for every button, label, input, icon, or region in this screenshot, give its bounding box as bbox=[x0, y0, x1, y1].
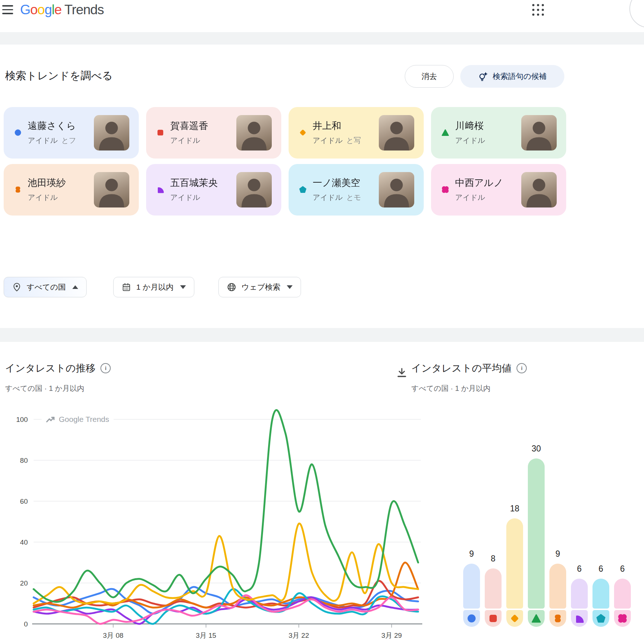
square-marker-icon bbox=[488, 613, 498, 624]
bar-value-label: 8 bbox=[479, 554, 508, 564]
bar-8[interactable] bbox=[614, 579, 631, 609]
bar-foot-7[interactable] bbox=[592, 610, 609, 627]
timeline-subtitle: すべての国 · 1 か月以内 bbox=[5, 384, 84, 393]
info-icon[interactable]: i bbox=[100, 363, 111, 373]
term-photo bbox=[94, 115, 129, 150]
bar-value-label: 9 bbox=[543, 549, 572, 559]
location-pin-icon bbox=[12, 282, 22, 292]
bar-7[interactable] bbox=[592, 579, 609, 609]
term-photo bbox=[521, 115, 557, 150]
term-type: アイドル bbox=[28, 193, 97, 202]
bar-2[interactable] bbox=[485, 568, 502, 609]
lightbulb-spark-icon bbox=[478, 71, 488, 81]
pentagon-marker-icon bbox=[596, 613, 606, 624]
avatar[interactable] bbox=[629, 0, 644, 28]
clover-marker-icon bbox=[617, 613, 628, 624]
bar-foot-4[interactable] bbox=[528, 610, 545, 627]
term-marker bbox=[441, 186, 449, 194]
triangle-marker-icon bbox=[441, 129, 449, 137]
term-text: 川﨑桜アイドル bbox=[455, 119, 525, 145]
term-card[interactable]: 一ノ瀬美空アイドルとモ bbox=[289, 164, 424, 216]
info-icon[interactable]: i bbox=[517, 363, 527, 373]
trend-line-4[interactable] bbox=[34, 410, 418, 602]
term-name: 井上和 bbox=[313, 119, 382, 132]
logo-letter: e bbox=[54, 2, 62, 17]
apps-grid-icon[interactable] bbox=[530, 2, 546, 18]
term-type: アイドル bbox=[455, 193, 525, 202]
term-marker bbox=[14, 186, 22, 194]
circle-marker-icon bbox=[466, 613, 477, 624]
section-divider bbox=[0, 328, 644, 342]
suggest-terms-button[interactable]: 検索語句の候補 bbox=[460, 65, 564, 88]
term-card[interactable]: 川﨑桜アイドル bbox=[431, 107, 566, 159]
bar-value-label: 18 bbox=[500, 504, 529, 514]
bar-foot-8[interactable] bbox=[614, 610, 631, 627]
term-card[interactable]: 五百城茉央アイドル bbox=[146, 164, 281, 216]
y-tick-label: 60 bbox=[20, 498, 28, 505]
y-tick-label: 100 bbox=[16, 416, 28, 423]
term-name: 中西アルノ bbox=[455, 176, 525, 189]
chevron-down-icon bbox=[180, 285, 186, 289]
google-trends-logo[interactable]: GoogleTrends bbox=[20, 1, 104, 19]
term-name: 五百城茉央 bbox=[170, 176, 240, 189]
term-card[interactable]: 井上和アイドルと写 bbox=[289, 107, 424, 159]
bar-foot-6[interactable] bbox=[571, 610, 588, 627]
logo-letter: G bbox=[20, 2, 30, 17]
term-name: 川﨑桜 bbox=[455, 119, 525, 132]
logo-letter: o bbox=[30, 2, 38, 17]
term-text: 賀喜遥香アイドル bbox=[170, 119, 240, 145]
google-wordmark: Google bbox=[20, 2, 61, 17]
term-photo bbox=[379, 172, 414, 207]
bar-foot-2[interactable] bbox=[485, 610, 502, 627]
term-card[interactable]: 遠藤さくらアイドルとフ bbox=[4, 107, 139, 159]
interest-over-time-chart[interactable]: 0204060801003月 083月 153月 223月 29 bbox=[0, 402, 431, 644]
filter-time-range[interactable]: 1 か月以内 bbox=[113, 277, 194, 297]
square-marker-icon bbox=[156, 129, 164, 137]
download-button[interactable] bbox=[394, 365, 410, 381]
y-tick-label: 0 bbox=[24, 620, 28, 628]
download-icon bbox=[396, 367, 408, 378]
menu-icon[interactable] bbox=[2, 5, 15, 15]
diamond-marker-icon bbox=[299, 129, 307, 137]
bar-foot-3[interactable] bbox=[506, 610, 523, 627]
y-tick-label: 80 bbox=[20, 457, 28, 464]
term-photo bbox=[94, 172, 129, 207]
clear-button[interactable]: 消去 bbox=[405, 65, 454, 88]
logo-letter: l bbox=[52, 2, 54, 17]
filter-search-type[interactable]: ウェブ検索 bbox=[218, 277, 301, 297]
bar-4[interactable] bbox=[528, 458, 545, 609]
trend-line-3[interactable] bbox=[34, 523, 418, 603]
term-marker bbox=[299, 186, 307, 194]
term-text: 井上和アイドルと写 bbox=[313, 119, 382, 145]
term-type: アイドル bbox=[170, 136, 240, 145]
term-name: 一ノ瀬美空 bbox=[313, 176, 382, 189]
hourglass-marker-icon bbox=[14, 186, 22, 194]
term-text: 池田瑛紗アイドル bbox=[28, 176, 97, 202]
y-tick-label: 40 bbox=[20, 538, 28, 546]
timeline-title: インタレストの推移 i bbox=[5, 362, 111, 375]
term-card[interactable]: 中西アルノアイドル bbox=[431, 164, 566, 216]
chevron-up-icon bbox=[72, 285, 78, 289]
bar-1[interactable] bbox=[463, 564, 480, 609]
hourglass-marker-icon bbox=[553, 613, 563, 624]
term-name: 池田瑛紗 bbox=[28, 176, 97, 189]
x-tick-label: 3月 22 bbox=[289, 632, 309, 639]
bar-foot-1[interactable] bbox=[463, 610, 480, 627]
bar-5[interactable] bbox=[549, 564, 566, 609]
term-card[interactable]: 池田瑛紗アイドル bbox=[4, 164, 139, 216]
bar-3[interactable] bbox=[506, 518, 523, 609]
logo-letter: g bbox=[45, 2, 52, 17]
term-type: アイドル bbox=[170, 193, 240, 202]
filter-country[interactable]: すべての国 bbox=[4, 277, 87, 297]
bar-value-label: 6 bbox=[565, 564, 594, 574]
page-title: 検索トレンドを調べる bbox=[5, 69, 113, 83]
bar-6[interactable] bbox=[571, 579, 588, 609]
term-text: 五百城茉央アイドル bbox=[170, 176, 240, 202]
term-photo bbox=[236, 115, 272, 150]
bar-foot-5[interactable] bbox=[549, 610, 566, 627]
term-card[interactable]: 賀喜遥香アイドル bbox=[146, 107, 281, 159]
term-name: 遠藤さくら bbox=[28, 119, 97, 132]
y-tick-label: 20 bbox=[20, 579, 28, 587]
top-bar: GoogleTrends bbox=[0, 0, 644, 32]
bar-value-label: 6 bbox=[586, 564, 616, 574]
